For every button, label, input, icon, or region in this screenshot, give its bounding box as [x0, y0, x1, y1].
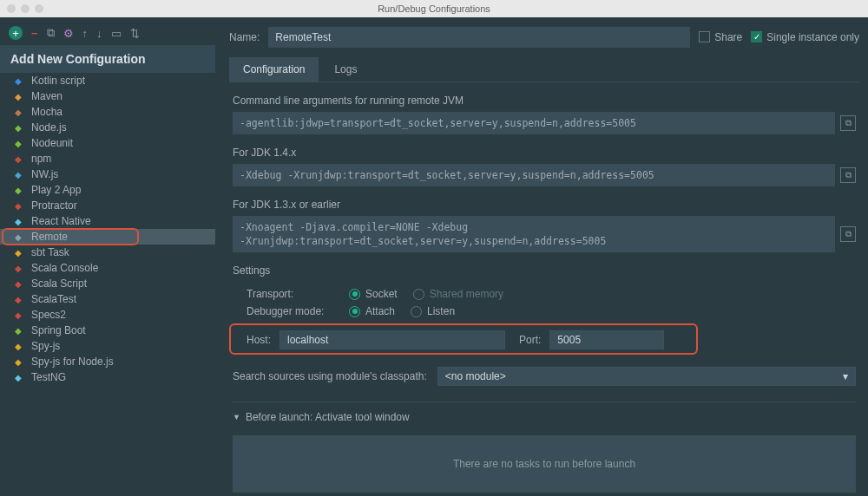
config-type-label: Node.js: [31, 121, 67, 134]
settings-gear-icon[interactable]: ⚙: [63, 27, 74, 40]
config-type-icon: ◆: [12, 121, 24, 134]
config-type-icon: ◆: [12, 75, 24, 87]
debugger-listen-radio[interactable]: Listen: [411, 305, 455, 317]
config-type-label: Mocha: [31, 106, 62, 118]
config-type-item[interactable]: ◆React Native: [0, 213, 215, 229]
config-type-icon: ◆: [12, 356, 24, 368]
radio-off-icon: [413, 289, 424, 300]
cmd-args-label: Command line arguments for running remot…: [233, 95, 856, 107]
config-type-icon: ◆: [12, 371, 24, 383]
host-label: Host:: [247, 334, 271, 346]
config-type-item[interactable]: ◆Node.js: [0, 120, 215, 135]
move-up-icon[interactable]: ↑: [82, 27, 89, 40]
window-traffic-lights: [7, 4, 43, 13]
single-instance-checkbox[interactable]: ✓ Single instance only: [751, 31, 859, 43]
tab-configuration[interactable]: Configuration: [229, 57, 319, 82]
traffic-max-icon[interactable]: [35, 4, 43, 13]
config-type-item[interactable]: ◆Remote: [0, 229, 215, 245]
jdk13-label: For JDK 1.3.x or earlier: [233, 199, 856, 211]
port-input[interactable]: [549, 330, 664, 349]
config-type-icon: ◆: [12, 184, 24, 196]
left-panel: + − ⧉ ⚙ ↑ ↓ ▭ ⇅ Add New Configuration ◆K…: [0, 17, 215, 496]
config-type-icon: ◆: [12, 106, 24, 118]
config-type-item[interactable]: ◆Specs2: [0, 307, 215, 323]
config-type-icon: ◆: [12, 293, 24, 305]
config-type-label: TestNG: [31, 371, 66, 383]
copy-icon[interactable]: ⧉: [840, 167, 856, 183]
settings-label: Settings: [233, 264, 856, 277]
triangle-down-icon: ▼: [233, 413, 240, 421]
config-type-label: Spy-js: [31, 340, 60, 352]
config-type-icon: ◆: [12, 324, 24, 336]
config-type-icon: ◆: [12, 215, 24, 227]
jdk14-label: For JDK 1.4.x: [233, 147, 856, 159]
config-type-item[interactable]: ◆npm: [0, 151, 215, 166]
config-type-item[interactable]: ◆TestNG: [0, 369, 215, 385]
before-launch-toggle[interactable]: ▼ Before launch: Activate tool window: [233, 402, 856, 432]
config-type-list: ◆Kotlin script◆Maven◆Mocha◆Node.js◆Nodeu…: [0, 73, 215, 385]
config-type-item[interactable]: ◆Spy-js for Node.js: [0, 354, 215, 369]
config-type-item[interactable]: ◆Maven: [0, 88, 215, 104]
config-type-item[interactable]: ◆ScalaTest: [0, 291, 215, 307]
remove-config-button[interactable]: −: [31, 27, 38, 40]
config-type-icon: ◆: [12, 199, 24, 212]
socket-label: Socket: [365, 288, 398, 300]
config-type-label: ScalaTest: [31, 293, 76, 305]
listen-label: Listen: [427, 305, 455, 317]
config-type-item[interactable]: ◆Protractor: [0, 198, 215, 213]
config-type-label: npm: [31, 153, 51, 165]
config-type-item[interactable]: ◆Scala Script: [0, 276, 215, 291]
cmd-args-jdk13[interactable]: -Xnoagent -Djava.compiler=NONE -Xdebug -…: [233, 216, 835, 252]
config-type-item[interactable]: ◆Scala Console: [0, 260, 215, 276]
config-type-label: Spring Boot: [31, 324, 86, 336]
right-panel: Name: Share ✓ Single instance only Confi…: [215, 17, 868, 496]
copy-icon[interactable]: ⧉: [840, 115, 856, 131]
sort-icon[interactable]: ⇅: [130, 27, 140, 40]
module-classpath-select[interactable]: <no module> ▾: [437, 367, 856, 386]
transport-shared-mem-radio[interactable]: Shared memory: [413, 288, 503, 300]
cmd-args-jdk14[interactable]: -Xdebug -Xrunjdwp:transport=dt_socket,se…: [233, 164, 835, 186]
port-label: Port:: [519, 334, 541, 346]
attach-label: Attach: [365, 305, 395, 317]
config-type-label: Protractor: [31, 199, 77, 212]
radio-off-icon: [411, 306, 422, 317]
config-type-item[interactable]: ◆Spring Boot: [0, 323, 215, 338]
share-label: Share: [714, 31, 742, 43]
module-classpath-label: Search sources using module's classpath:: [233, 370, 427, 382]
config-type-icon: ◆: [12, 231, 24, 243]
copy-config-icon[interactable]: ⧉: [47, 26, 55, 40]
share-checkbox[interactable]: Share: [699, 31, 742, 43]
config-type-icon: ◆: [12, 153, 24, 165]
module-classpath-value: <no module>: [445, 370, 506, 382]
config-name-input[interactable]: [268, 27, 690, 48]
config-type-item[interactable]: ◆Mocha: [0, 104, 215, 120]
tab-logs[interactable]: Logs: [320, 57, 371, 82]
copy-icon[interactable]: ⧉: [840, 226, 856, 242]
config-type-icon: ◆: [12, 90, 24, 102]
folder-icon[interactable]: ▭: [111, 27, 122, 40]
before-launch-tasks: There are no tasks to run before launch: [233, 435, 856, 493]
config-type-icon: ◆: [12, 309, 24, 321]
config-type-item[interactable]: ◆sbt Task: [0, 245, 215, 260]
config-type-item[interactable]: ◆NW.js: [0, 166, 215, 182]
config-type-icon: ◆: [12, 168, 24, 180]
config-type-label: sbt Task: [31, 246, 69, 258]
transport-socket-radio[interactable]: Socket: [349, 288, 398, 300]
config-type-item[interactable]: ◆Kotlin script: [0, 73, 215, 88]
config-type-label: React Native: [31, 215, 91, 227]
traffic-min-icon[interactable]: [21, 4, 30, 13]
add-config-button[interactable]: +: [9, 26, 23, 40]
move-down-icon[interactable]: ↓: [96, 27, 102, 40]
config-type-label: Play 2 App: [31, 184, 81, 196]
cmd-args-main[interactable]: -agentlib:jdwp=transport=dt_socket,serve…: [233, 112, 835, 134]
config-type-item[interactable]: ◆Spy-js: [0, 338, 215, 354]
name-label: Name:: [229, 31, 260, 43]
left-toolbar: + − ⧉ ⚙ ↑ ↓ ▭ ⇅: [0, 23, 215, 45]
host-input[interactable]: [279, 330, 505, 349]
traffic-close-icon[interactable]: [7, 4, 16, 13]
config-type-item[interactable]: ◆Play 2 App: [0, 182, 215, 198]
debugger-attach-radio[interactable]: Attach: [349, 305, 395, 317]
config-type-label: Remote: [31, 231, 68, 243]
checkbox-icon: [699, 31, 710, 42]
config-type-item[interactable]: ◆Nodeunit: [0, 135, 215, 151]
